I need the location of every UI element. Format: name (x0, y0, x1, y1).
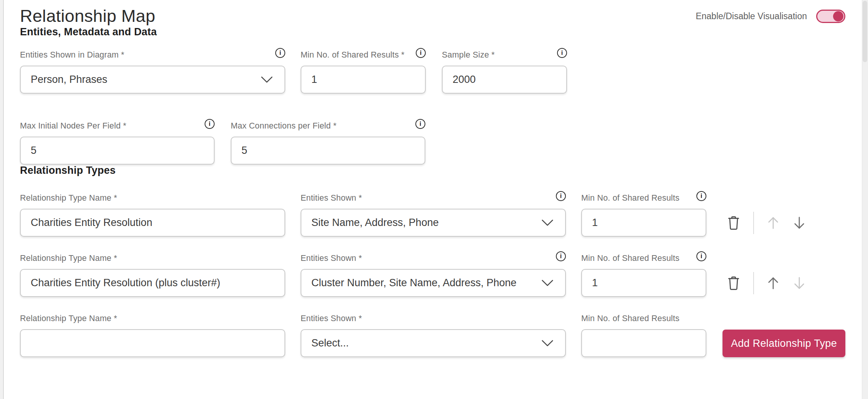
entities-shown-select[interactable]: Select... (301, 329, 566, 357)
min-shared-results-field: Min No. of Shared Results i (581, 253, 706, 297)
sample-size-input[interactable] (442, 66, 567, 94)
max-initial-nodes-label: Max Initial Nodes Per Field * (20, 121, 126, 131)
delete-row-button[interactable] (726, 275, 741, 291)
entities-shown-placeholder: Select... (311, 337, 349, 349)
scrollbar[interactable] (862, 0, 868, 399)
relationship-map-panel: Relationship Map Enable/Disable Visualis… (20, 0, 845, 357)
entities-field-row-1: Entities Shown in Diagram * i Person, Ph… (20, 38, 845, 94)
min-shared-results-field: Min No. of Shared Results (581, 313, 706, 357)
min-shared-results-field: Min No. of Shared Results * i (301, 38, 426, 94)
relationship-name-input[interactable] (20, 269, 285, 297)
entities-shown-field: Entities Shown * i Cluster Number, Site … (301, 253, 566, 297)
relationship-name-label: Relationship Type Name * (20, 254, 117, 263)
visualisation-toggle-label: Enable/Disable Visualisation (696, 11, 807, 21)
new-relationship-row: Relationship Type Name * Entities Shown … (20, 313, 845, 357)
entities-shown-label: Entities Shown in Diagram * (20, 50, 124, 60)
entities-shown-field: Entities Shown * Select... (301, 313, 566, 357)
delete-row-button[interactable] (726, 215, 741, 231)
chevron-down-icon (541, 340, 554, 347)
entities-shown-value: Site Name, Address, Phone (311, 217, 439, 229)
max-connections-field: Max Connections per Field * i (231, 109, 425, 165)
entities-shown-field: Entities Shown in Diagram * i Person, Ph… (20, 38, 285, 94)
entities-shown-field: Entities Shown * i Site Name, Address, P… (301, 193, 566, 237)
info-icon[interactable]: i (696, 251, 706, 261)
info-icon[interactable]: i (205, 119, 215, 129)
visualisation-toggle[interactable] (816, 10, 845, 23)
min-shared-results-input[interactable] (581, 269, 706, 297)
visualisation-toggle-group: Enable/Disable Visualisation (696, 10, 845, 23)
entities-shown-label: Entities Shown * (301, 193, 362, 203)
info-icon[interactable]: i (415, 119, 425, 129)
entities-shown-label: Entities Shown * (301, 314, 362, 323)
relationship-row: Relationship Type Name * Entities Shown … (20, 253, 845, 297)
relationship-name-label: Relationship Type Name * (20, 314, 117, 323)
relationship-row: Relationship Type Name * Entities Shown … (20, 193, 845, 237)
min-shared-results-label: Min No. of Shared Results (581, 193, 680, 203)
actions-divider (753, 212, 754, 234)
max-connections-label: Max Connections per Field * (231, 121, 336, 131)
entities-section-heading: Entities, Metadata and Data (20, 26, 845, 38)
sample-size-field: Sample Size * i (442, 38, 567, 94)
entities-shown-select[interactable]: Site Name, Address, Phone (301, 209, 566, 237)
min-shared-results-label: Min No. of Shared Results (581, 254, 680, 263)
entities-field-row-2: Max Initial Nodes Per Field * i Max Conn… (20, 109, 845, 165)
entities-shown-value: Cluster Number, Site Name, Address, Phon… (311, 277, 516, 289)
info-icon[interactable]: i (416, 48, 426, 58)
info-icon[interactable]: i (557, 48, 567, 58)
relationship-name-label: Relationship Type Name * (20, 193, 117, 203)
relationship-name-field: Relationship Type Name * (20, 313, 285, 357)
add-relationship-type-button[interactable]: Add Relationship Type (723, 330, 845, 357)
min-shared-results-field: Min No. of Shared Results i (581, 193, 706, 237)
relationship-name-field: Relationship Type Name * (20, 253, 285, 297)
move-down-button[interactable] (792, 216, 806, 230)
header: Relationship Map Enable/Disable Visualis… (20, 6, 845, 26)
row-actions (726, 209, 806, 237)
max-connections-input[interactable] (231, 137, 425, 165)
entities-shown-select[interactable]: Cluster Number, Site Name, Address, Phon… (301, 269, 566, 297)
relationship-name-input[interactable] (20, 329, 285, 357)
chevron-down-icon (541, 279, 554, 287)
relationship-name-input[interactable] (20, 209, 285, 237)
min-shared-results-input[interactable] (581, 329, 706, 357)
page-left-edge (0, 0, 4, 399)
actions-divider (753, 272, 754, 294)
move-down-button (792, 276, 806, 290)
move-up-button[interactable] (766, 276, 780, 290)
relationship-name-field: Relationship Type Name * (20, 193, 285, 237)
info-icon[interactable]: i (556, 251, 566, 261)
min-shared-results-input[interactable] (301, 66, 426, 94)
entities-shown-label: Entities Shown * (301, 254, 362, 263)
min-shared-results-label: Min No. of Shared Results * (301, 50, 405, 60)
entities-shown-value: Person, Phrases (31, 74, 107, 86)
min-shared-results-label: Min No. of Shared Results (581, 314, 680, 323)
chevron-down-icon (541, 219, 554, 226)
info-icon[interactable]: i (275, 48, 285, 58)
chevron-down-icon (261, 76, 273, 83)
relationship-types-heading: Relationship Types (20, 165, 845, 176)
toggle-knob-icon (833, 11, 843, 21)
min-shared-results-input[interactable] (581, 209, 706, 237)
page-title: Relationship Map (20, 6, 155, 26)
info-icon[interactable]: i (556, 191, 566, 201)
row-actions (726, 269, 806, 297)
max-initial-nodes-input[interactable] (20, 137, 215, 165)
max-initial-nodes-field: Max Initial Nodes Per Field * i (20, 109, 215, 165)
move-up-button (766, 216, 780, 230)
sample-size-label: Sample Size * (442, 50, 495, 60)
info-icon[interactable]: i (696, 191, 706, 201)
entities-shown-select[interactable]: Person, Phrases (20, 66, 285, 94)
scrollbar-thumb[interactable] (863, 1, 867, 62)
